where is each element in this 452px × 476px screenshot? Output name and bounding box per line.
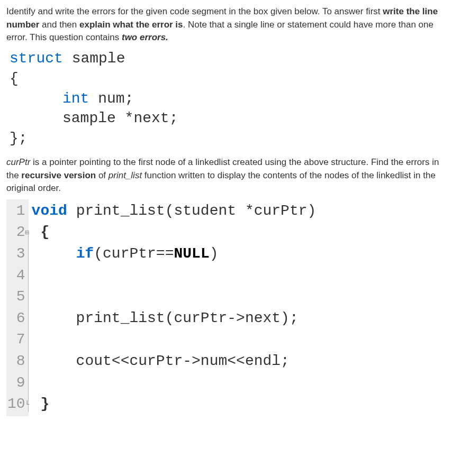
mid-bold-recursive: recursive version (21, 170, 96, 180)
line-number: 9 (7, 372, 25, 394)
struct-field-num: num; (89, 90, 133, 107)
code-line-10: } (32, 393, 446, 415)
code-line-7 (32, 329, 446, 351)
intro-text-a: Identify and write the errors for the gi… (6, 6, 383, 16)
line-number: 1 (7, 200, 25, 222)
line-number: 4 (7, 265, 25, 287)
mid-italic-printlist: print_list (109, 170, 142, 180)
code-line-8: cout<<curPtr->num<<endl; (32, 351, 446, 372)
keyword-null: NULL (174, 245, 209, 262)
struct-field-next: sample *next; (10, 108, 178, 129)
line-number: 5 (7, 286, 25, 308)
code-line-9 (32, 372, 446, 394)
code-area: ⊟ └ void print_list(student *curPtr) { i… (29, 199, 446, 416)
struct-line-1: struct sample (10, 49, 446, 69)
struct-line-5: }; (10, 129, 446, 149)
struct-line-3: int num; (10, 89, 446, 109)
intro-em-1: two errors. (122, 32, 168, 42)
code-block: 1 2 3 4 5 6 7 8 9 10 ⊟ └ void print_list… (6, 199, 446, 416)
line-number: 8 (7, 351, 25, 372)
keyword-int: int (62, 90, 89, 107)
struct-code-block: struct sample { int num; sample *next; }… (10, 49, 446, 149)
keyword-void: void (32, 203, 67, 219)
line-number: 6 (7, 308, 25, 329)
fold-corner-icon: └ (25, 400, 30, 410)
fold-guide-line (28, 230, 29, 412)
code-l1-rest: print_list(student *curPtr) (67, 203, 316, 219)
line-number: 3 (7, 243, 25, 265)
struct-line-2: { (10, 69, 446, 89)
line-number: 7 (7, 329, 25, 351)
line-number: 10 (7, 393, 25, 415)
fold-toggle-icon[interactable]: ⊟ (25, 228, 30, 238)
struct-line-4: sample *next; (10, 108, 446, 129)
intro-bold-2: explain what the error is (79, 20, 183, 30)
struct-name: sample (63, 50, 125, 67)
question-intro: Identify and write the errors for the gi… (6, 5, 446, 44)
code-line-4 (32, 265, 446, 287)
code-line-6: print_list(curPtr->next); (32, 308, 446, 329)
line-number: 2 (7, 222, 25, 243)
mid-text-d: of (96, 170, 109, 180)
keyword-struct: struct (10, 50, 63, 67)
intro-text-c: and then (39, 20, 79, 30)
keyword-if: if (76, 245, 94, 262)
code-line-3: if(curPtr==NULL) (32, 243, 446, 265)
question-mid-text: curPtr is a pointer pointing to the firs… (6, 156, 446, 195)
code-line-2: { (32, 222, 446, 243)
code-line-5 (32, 286, 446, 308)
code-line-1: void print_list(student *curPtr) (32, 200, 446, 222)
mid-italic-curptr: curPtr (6, 157, 30, 167)
